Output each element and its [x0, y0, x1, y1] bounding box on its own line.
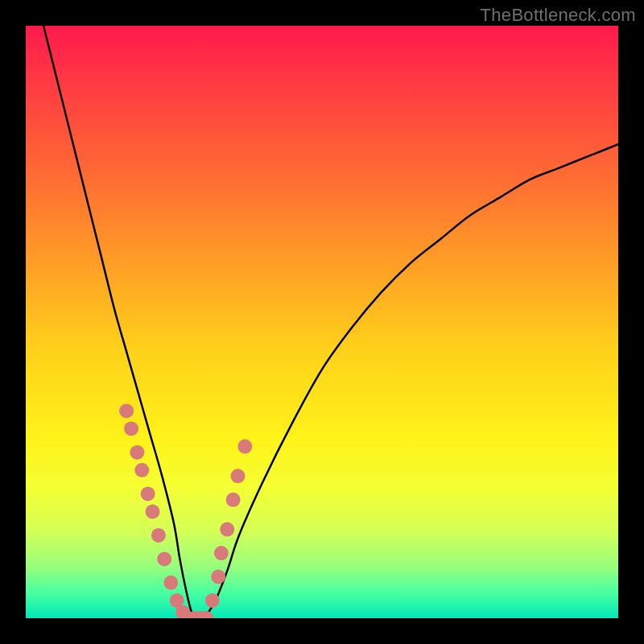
marker-dot	[119, 403, 134, 418]
marker-dot	[151, 528, 166, 543]
marker-dot	[157, 551, 171, 566]
watermark-text: TheBottleneck.com	[481, 5, 636, 26]
marker-dot	[163, 576, 178, 590]
marker-dot	[134, 463, 149, 477]
bottleneck-curve	[43, 26, 618, 618]
marker-dot	[141, 486, 155, 501]
marker-dot	[230, 469, 245, 483]
marker-dot	[130, 445, 144, 460]
plot-area	[26, 26, 618, 618]
marker-dot	[214, 546, 229, 560]
chart-frame: TheBottleneck.com	[0, 0, 644, 644]
curve-layer	[43, 26, 618, 618]
marker-dot	[124, 421, 138, 436]
marker-dot	[220, 522, 234, 537]
marker-dot	[237, 440, 252, 454]
marker-dot	[211, 569, 225, 584]
marker-dot	[146, 505, 160, 519]
marker-dot	[205, 593, 220, 608]
chart-svg	[26, 26, 618, 618]
marker-dot	[226, 493, 241, 507]
